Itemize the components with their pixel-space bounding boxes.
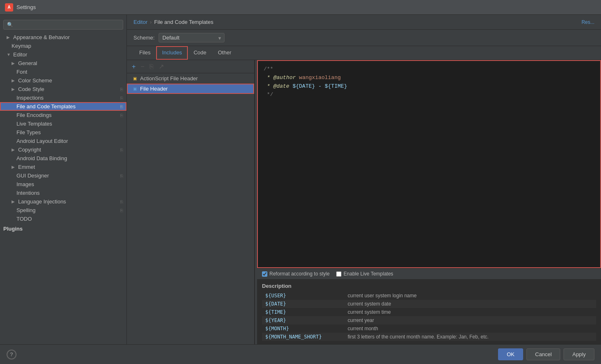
copy-icon: ⎘ — [120, 199, 123, 204]
table-row: ${YEAR} current year — [262, 316, 596, 324]
sidebar-item-label: Android Data Binding — [16, 155, 67, 161]
sidebar-item-label: Color Scheme — [18, 77, 52, 84]
scheme-select[interactable]: Default Project — [159, 33, 224, 42]
split-pane: + − ⎘ ↗ ▣ ActionScript File Header ▣ Fil… — [127, 60, 601, 344]
sidebar-item-label: Emmet — [18, 164, 35, 170]
live-templates-checkbox[interactable] — [336, 271, 341, 277]
sidebar-item-android-layout-editor[interactable]: Android Layout Editor — [0, 137, 126, 145]
expand-icon — [7, 35, 12, 40]
sidebar-item-code-style[interactable]: Code Style ⎘ — [0, 85, 126, 93]
sidebar-item-intentions[interactable]: Intentions — [0, 189, 126, 197]
file-icon-blue: ▣ — [132, 86, 138, 92]
sidebar-item-label: TODO — [16, 216, 32, 222]
editor-area: /** * @author wangxiaoliang * @date ${DA… — [257, 60, 601, 344]
template-list: + − ⎘ ↗ ▣ ActionScript File Header ▣ Fil… — [127, 60, 255, 344]
breadcrumb-parent[interactable]: Editor — [133, 19, 147, 25]
template-items: ▣ ActionScript File Header ▣ File Header — [127, 73, 254, 344]
sidebar-item-label: Keymap — [12, 43, 31, 49]
desc-cell: current system time — [344, 308, 596, 316]
live-templates-label: Enable Live Templates — [344, 271, 393, 277]
sidebar-item-spelling[interactable]: Spelling ⎘ — [0, 206, 126, 215]
sidebar-item-label: General — [18, 60, 37, 66]
sidebar-item-emmet[interactable]: Emmet — [0, 163, 126, 171]
expand-icon — [12, 61, 16, 65]
export-template-button[interactable]: ↗ — [157, 62, 166, 71]
table-row: ${MONTH} current month — [262, 324, 596, 333]
var-cell: ${YEAR} — [262, 316, 344, 324]
copy-icon: ⎘ — [120, 147, 123, 152]
main-layout: Appearance & Behavior Keymap Editor Gene… — [0, 15, 601, 344]
sidebar-item-appearance[interactable]: Appearance & Behavior — [0, 33, 126, 42]
footer: ? OK Cancel Apply — [0, 344, 601, 364]
sidebar-item-label: GUI Designer — [16, 173, 49, 179]
sidebar-item-label: Images — [16, 181, 34, 187]
scheme-row: Scheme: Default Project — [127, 30, 601, 46]
scheme-select-wrap: Default Project — [159, 33, 224, 42]
sidebar-item-gui-designer[interactable]: GUI Designer ⎘ — [0, 171, 126, 180]
live-templates-checkbox-wrap[interactable]: Enable Live Templates — [336, 271, 393, 277]
tab-includes[interactable]: Includes — [156, 46, 187, 60]
remove-template-button[interactable]: − — [139, 62, 146, 71]
code-editor[interactable]: /** * @author wangxiaoliang * @date ${DA… — [257, 60, 601, 268]
description-area: Description ${USER} current user system … — [257, 279, 601, 344]
sidebar-item-label: File Types — [16, 129, 41, 135]
sidebar-item-keymap[interactable]: Keymap — [0, 42, 126, 50]
table-row: ${TIME} current system time — [262, 308, 596, 316]
sidebar-item-label: Font — [16, 69, 27, 75]
search-input[interactable] — [3, 20, 123, 30]
tab-files[interactable]: Files — [133, 46, 156, 60]
sidebar-item-file-encodings[interactable]: File Encodings ⎘ — [0, 111, 126, 119]
sidebar-item-file-and-code-templates[interactable]: File and Code Templates ⎘ — [0, 102, 126, 111]
options-bar: Reformat according to style Enable Live … — [257, 268, 601, 279]
sidebar-item-live-templates[interactable]: Live Templates — [0, 119, 126, 128]
sidebar-item-label: File and Code Templates — [16, 103, 76, 110]
description-title: Description — [262, 283, 596, 289]
sidebar-item-copyright[interactable]: Copyright ⎘ — [0, 145, 126, 154]
copy-icon: ⎘ — [120, 96, 123, 100]
sidebar-item-label: Spelling — [16, 207, 35, 213]
plugins-section: Plugins — [0, 223, 126, 233]
desc-cell: current month — [344, 324, 596, 333]
scheme-label: Scheme: — [133, 35, 154, 41]
var-cell: ${MONTH_NAME_SHORT} — [262, 333, 344, 341]
tab-other[interactable]: Other — [212, 46, 237, 60]
tab-code[interactable]: Code — [188, 46, 212, 60]
copy-icon: ⎘ — [120, 173, 123, 178]
help-button[interactable]: ? — [7, 350, 16, 359]
reset-link[interactable]: Res... — [582, 19, 594, 25]
sidebar-item-label: Inspections — [16, 95, 44, 101]
copy-icon: ⎘ — [120, 104, 123, 109]
breadcrumb-separator: › — [150, 19, 152, 25]
template-item-actionscript[interactable]: ▣ ActionScript File Header — [127, 73, 254, 84]
expand-icon — [7, 52, 12, 57]
ok-button[interactable]: OK — [498, 348, 523, 360]
reformat-checkbox[interactable] — [262, 271, 267, 277]
content-area: Editor › File and Code Templates Res... … — [127, 15, 601, 344]
add-template-button[interactable]: + — [130, 62, 137, 71]
sidebar-item-editor[interactable]: Editor — [0, 50, 126, 59]
expand-icon — [12, 87, 16, 91]
reformat-checkbox-wrap[interactable]: Reformat according to style — [262, 271, 330, 277]
sidebar-item-android-data-binding[interactable]: Android Data Binding — [0, 154, 126, 163]
sidebar-item-label: Code Style — [18, 86, 44, 92]
cancel-button[interactable]: Cancel — [526, 348, 560, 360]
app-icon: A — [5, 3, 13, 12]
table-row: ${MONTH_NAME_SHORT} first 3 letters of t… — [262, 333, 596, 341]
copy-template-button[interactable]: ⎘ — [148, 62, 155, 71]
apply-button[interactable]: Apply — [564, 348, 594, 360]
sidebar-item-images[interactable]: Images — [0, 180, 126, 189]
sidebar-item-todo[interactable]: TODO — [0, 215, 126, 223]
sidebar-item-language-injections[interactable]: Language Injections ⎘ — [0, 197, 126, 206]
sidebar-item-file-types[interactable]: File Types — [0, 128, 126, 137]
sidebar-item-font[interactable]: Font — [0, 68, 126, 76]
sidebar-item-label: Editor — [13, 51, 27, 58]
sidebar-item-label: Copyright — [18, 147, 41, 153]
table-row: ${USER} current user system login name — [262, 292, 596, 300]
template-item-file-header[interactable]: ▣ File Header — [127, 84, 254, 94]
sidebar-item-inspections[interactable]: Inspections ⎘ — [0, 93, 126, 102]
var-cell: ${TIME} — [262, 308, 344, 316]
description-table: ${USER} current user system login name $… — [262, 292, 596, 341]
sidebar-item-general[interactable]: General — [0, 59, 126, 68]
sidebar-item-label: Android Layout Editor — [16, 138, 68, 144]
sidebar-item-color-scheme[interactable]: Color Scheme — [0, 76, 126, 85]
